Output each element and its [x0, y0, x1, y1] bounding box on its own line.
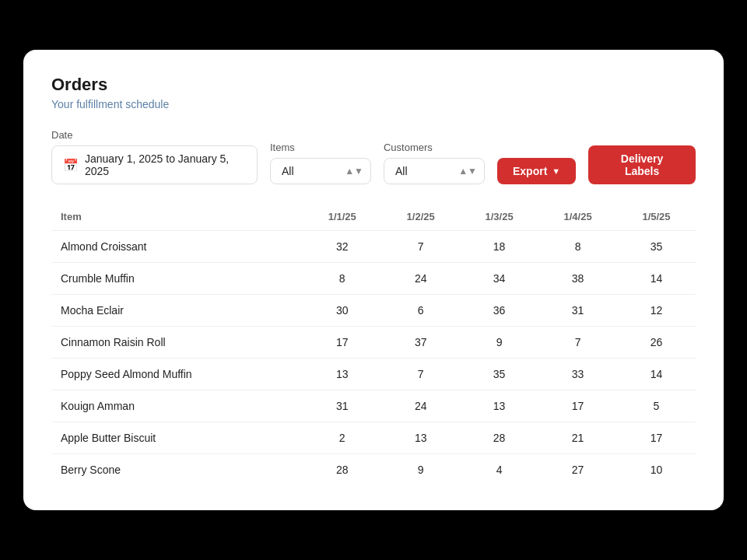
col-d1: 1/1/25: [303, 203, 381, 231]
cell-item: Almond Croissant: [51, 231, 303, 263]
table-body: Almond Croissant32718835Crumble Muffin82…: [51, 231, 696, 486]
col-d2: 1/2/25: [381, 203, 460, 231]
table-row: Poppy Seed Almond Muffin137353314: [51, 359, 696, 390]
date-filter-group: Date 📅 January 1, 2025 to January 5, 202…: [51, 129, 258, 184]
cell-item: Berry Scone: [51, 454, 303, 486]
cell-value: 18: [460, 231, 538, 263]
table-header: Item 1/1/25 1/2/25 1/3/25 1/4/25 1/5/25: [51, 203, 696, 231]
col-item: Item: [51, 203, 303, 231]
customers-select-wrap: All ▲▼: [384, 158, 485, 184]
page-subtitle: Your fulfillment schedule: [51, 98, 696, 110]
date-value: January 1, 2025 to January 5, 2025: [85, 152, 246, 177]
cell-value: 24: [381, 390, 460, 422]
cell-value: 33: [538, 359, 617, 390]
date-label: Date: [51, 129, 258, 141]
col-d3: 1/3/25: [460, 203, 538, 231]
col-d5: 1/5/25: [617, 203, 696, 231]
orders-card: Orders Your fulfillment schedule Date 📅 …: [23, 50, 724, 510]
cell-value: 17: [303, 327, 381, 359]
cell-value: 30: [303, 295, 381, 327]
cell-value: 26: [617, 327, 696, 359]
cell-item: Cinnamon Raisin Roll: [51, 327, 303, 359]
items-filter-group: Items All ▲▼: [270, 142, 371, 184]
calendar-icon: 📅: [63, 158, 79, 173]
table-row: Mocha Eclair306363112: [51, 295, 696, 327]
cell-value: 4: [460, 454, 538, 486]
cell-value: 31: [538, 295, 617, 327]
filters-row: Date 📅 January 1, 2025 to January 5, 202…: [51, 129, 696, 184]
cell-value: 36: [460, 295, 538, 327]
cell-value: 37: [381, 327, 460, 359]
cell-value: 24: [381, 263, 460, 295]
cell-item: Mocha Eclair: [51, 295, 303, 327]
cell-value: 14: [617, 263, 696, 295]
cell-value: 27: [538, 454, 617, 486]
cell-value: 2: [303, 422, 381, 454]
table-row: Apple Butter Biscuit213282117: [51, 422, 696, 454]
cell-value: 35: [460, 359, 538, 390]
cell-item: Crumble Muffin: [51, 263, 303, 295]
cell-value: 38: [538, 263, 617, 295]
col-d4: 1/4/25: [538, 203, 617, 231]
delivery-labels-button[interactable]: Delivery Labels: [588, 145, 696, 184]
cell-value: 6: [381, 295, 460, 327]
cell-value: 14: [617, 359, 696, 390]
cell-value: 17: [538, 390, 617, 422]
cell-value: 8: [303, 263, 381, 295]
cell-value: 21: [538, 422, 617, 454]
cell-value: 9: [460, 327, 538, 359]
table-row: Cinnamon Raisin Roll17379726: [51, 327, 696, 359]
customers-label: Customers: [384, 142, 485, 153]
export-button[interactable]: Export ▼: [497, 158, 576, 184]
orders-table: Item 1/1/25 1/2/25 1/3/25 1/4/25 1/5/25 …: [51, 203, 696, 485]
cell-value: 17: [617, 422, 696, 454]
cell-value: 13: [460, 390, 538, 422]
cell-value: 5: [617, 390, 696, 422]
date-input[interactable]: 📅 January 1, 2025 to January 5, 2025: [51, 145, 258, 184]
cell-value: 13: [381, 422, 460, 454]
table-row: Crumble Muffin824343814: [51, 263, 696, 295]
export-chevron-icon: ▼: [552, 166, 560, 176]
cell-item: Poppy Seed Almond Muffin: [51, 359, 303, 390]
cell-value: 7: [381, 231, 460, 263]
table-row: Kouign Amman312413175: [51, 390, 696, 422]
cell-value: 7: [381, 359, 460, 390]
cell-item: Apple Butter Biscuit: [51, 422, 303, 454]
cell-value: 34: [460, 263, 538, 295]
customers-filter-group: Customers All ▲▼: [384, 142, 485, 184]
cell-value: 28: [460, 422, 538, 454]
items-select[interactable]: All: [270, 158, 371, 184]
cell-value: 13: [303, 359, 381, 390]
header-row: Item 1/1/25 1/2/25 1/3/25 1/4/25 1/5/25: [51, 203, 696, 231]
cell-value: 7: [538, 327, 617, 359]
items-label: Items: [270, 142, 371, 153]
cell-value: 35: [617, 231, 696, 263]
cell-value: 9: [381, 454, 460, 486]
cell-value: 31: [303, 390, 381, 422]
cell-value: 8: [538, 231, 617, 263]
page-title: Orders: [51, 75, 696, 95]
cell-item: Kouign Amman: [51, 390, 303, 422]
table-row: Almond Croissant32718835: [51, 231, 696, 263]
delivery-labels-label: Delivery Labels: [604, 152, 680, 177]
customers-select[interactable]: All: [384, 158, 485, 184]
table-row: Berry Scone28942710: [51, 454, 696, 486]
cell-value: 32: [303, 231, 381, 263]
items-select-wrap: All ▲▼: [270, 158, 371, 184]
cell-value: 10: [617, 454, 696, 486]
export-label: Export: [513, 165, 547, 177]
cell-value: 28: [303, 454, 381, 486]
cell-value: 12: [617, 295, 696, 327]
